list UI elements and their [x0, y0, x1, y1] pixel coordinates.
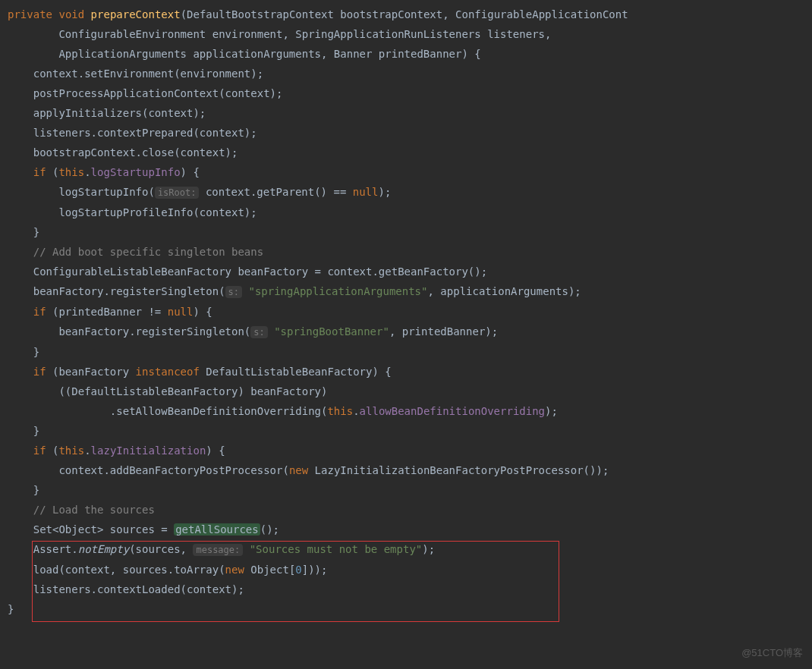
code-line: .setAllowBeanDefinitionOverriding(this.a… — [8, 401, 812, 421]
code-line: } — [8, 222, 812, 242]
code-line: logStartupProfileInfo(context); — [8, 203, 812, 222]
code-line: postProcessApplicationContext(context); — [8, 83, 812, 103]
code-line: ApplicationArguments applicationArgument… — [8, 44, 812, 64]
code-line: beanFactory.registerSingleton(s: "spring… — [8, 281, 812, 302]
keyword-if: if — [33, 366, 46, 378]
field-ref: lazyInitialization — [91, 444, 206, 457]
keyword-null: null — [353, 186, 379, 198]
watermark: @51CTO博客 — [741, 643, 803, 663]
keyword-null: null — [168, 306, 194, 318]
static-method: notEmpty — [78, 543, 129, 555]
code-line: applyInitializers(context); — [8, 103, 812, 123]
keyword-new: new — [289, 464, 308, 476]
code-line: ConfigurableListableBeanFactory beanFact… — [8, 262, 812, 281]
code-line: } — [8, 599, 812, 619]
keyword-if: if — [33, 166, 46, 178]
code-line: // Load the sources — [8, 500, 812, 520]
field-ref: allowBeanDefinitionOverriding — [360, 405, 545, 417]
keyword-if: if — [33, 444, 46, 457]
field-ref: logStartupInfo — [91, 166, 181, 178]
code-line: load(context, sources.toArray(new Object… — [8, 560, 812, 579]
code-line: logStartupInfo(isRoot: context.getParent… — [8, 182, 812, 203]
code-line: if (printedBanner != null) { — [8, 302, 812, 322]
code-line: } — [8, 480, 812, 500]
code-line: if (this.lazyInitialization) { — [8, 441, 812, 460]
code-line: } — [8, 421, 812, 441]
code-line: if (this.logStartupInfo) { — [8, 162, 812, 182]
keyword-this: this — [327, 405, 353, 417]
keyword-instanceof: instanceof — [136, 366, 200, 378]
method-name: prepareContext — [91, 8, 181, 20]
code-line: ((DefaultListableBeanFactory) beanFactor… — [8, 382, 812, 401]
param-hint: message: — [193, 544, 243, 556]
code-line: Set<Object> sources = getAllSources(); — [8, 520, 812, 539]
string-literal: "Sources must not be empty" — [250, 543, 423, 555]
highlighted-method: getAllSources — [174, 523, 260, 536]
code-line: beanFactory.registerSingleton(s: "spring… — [8, 322, 812, 342]
code-line: if (beanFactory instanceof DefaultListab… — [8, 362, 812, 382]
code-editor[interactable]: private void prepareContext(DefaultBoots… — [8, 5, 812, 619]
keyword-if: if — [33, 306, 46, 318]
code-line: private void prepareContext(DefaultBoots… — [8, 5, 812, 24]
keyword-new: new — [225, 564, 244, 576]
param-hint: s: — [250, 326, 267, 338]
string-literal: "springBootBanner" — [274, 325, 389, 338]
number-literal: 0 — [295, 564, 301, 576]
keyword-private: private — [8, 8, 52, 20]
code-line: context.setEnvironment(environment); — [8, 64, 812, 83]
code-line: context.addBeanFactoryPostProcessor(new … — [8, 460, 812, 480]
comment: // Load the sources — [8, 504, 155, 516]
keyword-this: this — [58, 166, 84, 178]
code-line: // Add boot specific singleton beans — [8, 242, 812, 262]
keyword-void: void — [58, 8, 84, 20]
code-line: listeners.contextLoaded(context); — [8, 579, 812, 599]
code-line: listeners.contextPrepared(context); — [8, 123, 812, 143]
keyword-this: this — [58, 444, 84, 457]
code-line: ConfigurableEnvironment environment, Spr… — [8, 24, 812, 44]
param-hint: s: — [225, 286, 242, 298]
string-literal: "springApplicationArguments" — [248, 285, 427, 297]
code-line: bootstrapContext.close(context); — [8, 143, 812, 162]
code-line: Assert.notEmpty(sources, message: "Sourc… — [8, 539, 812, 560]
param-hint: isRoot: — [155, 187, 200, 199]
comment: // Add boot specific singleton beans — [8, 246, 263, 258]
code-line: } — [8, 342, 812, 362]
